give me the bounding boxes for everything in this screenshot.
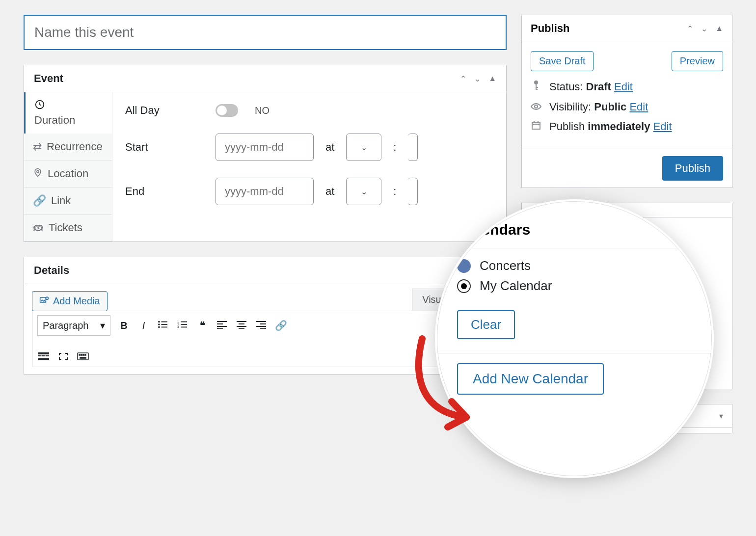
read-more-button[interactable]	[37, 351, 50, 363]
schedule-label: Publish	[549, 120, 588, 133]
tab-tickets-label: Tickets	[49, 221, 82, 234]
publish-title: Publish	[531, 22, 569, 35]
end-at-text: at	[325, 185, 334, 198]
svg-rect-19	[217, 328, 223, 329]
start-hour-select[interactable]: ⌄	[346, 134, 381, 161]
status-label: Status:	[549, 80, 586, 93]
chevron-down-icon[interactable]: ▾	[719, 411, 723, 421]
calendar-option-mycalendar[interactable]: My Calendar	[457, 278, 692, 294]
svg-rect-31	[42, 355, 45, 356]
details-metabox: Details ⌃ ⌄ ▲ Add Media Visual Text	[24, 257, 507, 375]
visibility-label: Visibility:	[549, 101, 594, 113]
end-date-input[interactable]	[216, 178, 314, 205]
editor-toolbar: Paragraph ▾ B I 123 ❝	[32, 311, 498, 367]
event-title-input[interactable]	[24, 15, 507, 50]
time-colon: :	[393, 185, 396, 198]
bullet-list-button[interactable]	[157, 320, 169, 331]
save-draft-button[interactable]: Save Draft	[531, 51, 594, 71]
tab-recurrence-label: Recurrence	[47, 140, 103, 153]
calendar-icon	[531, 120, 541, 133]
chevron-down-icon[interactable]: ⌄	[701, 24, 707, 33]
edit-schedule-link[interactable]: Edit	[653, 120, 672, 133]
details-metabox-header: Details ⌃ ⌄ ▲	[24, 257, 506, 284]
number-list-button[interactable]: 123	[176, 320, 189, 331]
insert-link-button[interactable]: 🔗	[274, 320, 287, 331]
paragraph-select-label: Paragraph	[43, 320, 88, 331]
tab-recurrence[interactable]: ⇄ Recurrence	[24, 134, 112, 161]
edit-visibility-link[interactable]: Edit	[629, 101, 648, 113]
bold-button[interactable]: B	[117, 320, 130, 331]
start-at-text: at	[325, 141, 334, 154]
svg-rect-13	[181, 324, 188, 325]
italic-button[interactable]: I	[137, 320, 150, 331]
key-icon	[531, 80, 541, 94]
tab-location[interactable]: Location	[24, 161, 112, 188]
event-metabox-title: Event	[34, 72, 63, 85]
publish-metabox: Publish ⌃ ⌄ ▲ Save Draft Preview	[521, 15, 732, 188]
chevron-down-icon[interactable]: ⌄	[474, 74, 481, 83]
end-minute-select[interactable]	[408, 178, 418, 205]
preview-button[interactable]: Preview	[672, 51, 723, 71]
media-icon	[39, 295, 49, 307]
svg-rect-28	[38, 352, 49, 354]
svg-rect-15	[181, 326, 188, 327]
start-minute-select[interactable]	[408, 134, 418, 161]
calendar-option-concerts[interactable]: Concerts	[457, 258, 692, 273]
chevron-up-icon[interactable]: ⌃	[687, 24, 693, 33]
tab-link-label: Link	[51, 194, 71, 207]
align-left-button[interactable]	[216, 320, 228, 331]
svg-rect-25	[260, 323, 266, 324]
svg-rect-21	[239, 323, 244, 324]
svg-point-1	[37, 170, 39, 172]
add-media-label: Add Media	[53, 295, 100, 307]
details-title: Details	[34, 264, 69, 277]
allday-value: NO	[255, 105, 270, 116]
allday-toggle[interactable]	[216, 104, 238, 117]
svg-rect-24	[256, 321, 266, 322]
svg-rect-42	[536, 87, 538, 88]
collapse-toggle-icon[interactable]: ▲	[488, 74, 496, 83]
svg-rect-36	[81, 354, 82, 355]
add-media-button[interactable]: Add Media	[32, 291, 108, 311]
align-center-button[interactable]	[235, 320, 248, 331]
schedule-value: immediately	[588, 120, 650, 133]
status-value: Draft	[586, 80, 611, 93]
chevron-up-icon[interactable]: ⌃	[460, 74, 466, 83]
clear-calendar-button[interactable]: Clear	[457, 310, 515, 339]
collapse-toggle-icon[interactable]: ▲	[715, 24, 723, 33]
calendar-option-mycalendar-label: My Calendar	[480, 278, 552, 294]
blockquote-button[interactable]: ❝	[196, 320, 209, 331]
keyboard-button[interactable]	[77, 351, 89, 363]
svg-rect-20	[237, 321, 246, 322]
svg-point-40	[534, 80, 538, 84]
edit-status-link[interactable]: Edit	[614, 80, 633, 93]
publish-button[interactable]: Publish	[662, 156, 723, 181]
end-label: End	[125, 185, 204, 198]
svg-rect-5	[162, 321, 168, 322]
svg-rect-34	[78, 353, 88, 360]
fullscreen-button[interactable]	[57, 351, 70, 363]
svg-rect-9	[162, 326, 168, 327]
paragraph-select[interactable]: Paragraph ▾	[37, 315, 110, 336]
link-icon: 🔗	[33, 195, 46, 206]
svg-rect-16	[217, 321, 227, 322]
chevron-down-icon: ▾	[100, 320, 105, 331]
start-date-input[interactable]	[216, 134, 314, 161]
tab-link[interactable]: 🔗 Link	[24, 188, 112, 214]
svg-point-4	[159, 321, 161, 322]
event-metabox-header: Event ⌃ ⌄ ▲	[24, 65, 506, 92]
svg-rect-32	[46, 355, 49, 356]
align-right-button[interactable]	[255, 320, 268, 331]
svg-point-6	[159, 323, 161, 325]
tab-duration[interactable]: Duration	[24, 92, 112, 134]
svg-rect-45	[532, 122, 540, 129]
tab-duration-label: Duration	[34, 114, 75, 127]
svg-rect-22	[237, 326, 246, 327]
radio-icon	[457, 279, 471, 293]
tab-tickets[interactable]: 🎟 Tickets	[24, 214, 112, 241]
svg-rect-27	[260, 328, 266, 329]
time-colon: :	[393, 141, 396, 154]
end-hour-select[interactable]: ⌄	[346, 178, 381, 205]
add-new-calendar-button[interactable]: Add New Calendar	[457, 363, 604, 395]
svg-text:3: 3	[178, 325, 179, 328]
